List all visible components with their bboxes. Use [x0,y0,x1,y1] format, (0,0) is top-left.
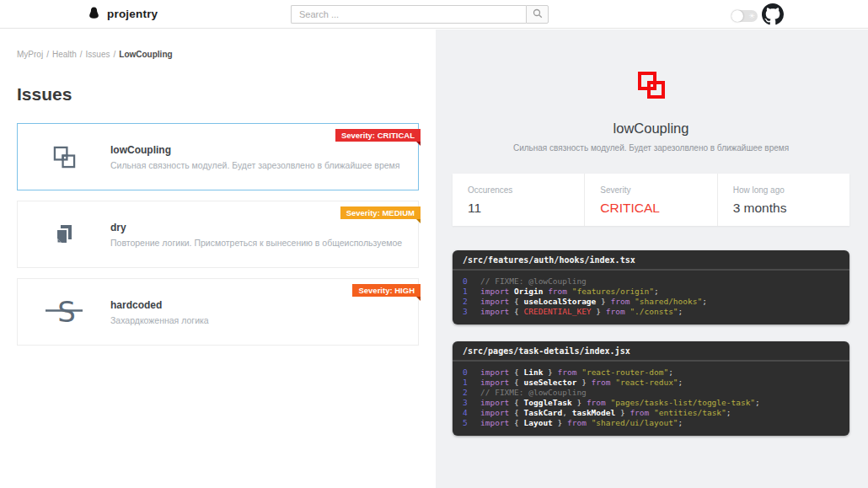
code-text: import { useSelector } from "react-redux… [480,378,683,388]
line-number: 1 [463,378,480,388]
breadcrumb-item-lowcoupling: LowCoupling [119,50,172,59]
search-icon [533,8,543,21]
severity-badge-critical: Severity: CRITICAL [335,129,421,142]
stat-how-long-ago: How long ago 3 months [718,174,849,226]
stat-value: 11 [468,201,584,216]
code-text: import { ToggleTask } from "pages/tasks-… [480,398,760,408]
code-text: import Origin from "features/origin"; [480,287,659,297]
code-text: import { TaskCard, taskModel } from "ent… [480,408,731,418]
line-number: 4 [463,408,480,418]
code-text: // FIXME: @lowCoupling [480,388,587,398]
stats-card: Occurences 11 Severity CRITICAL How long… [453,174,849,226]
toggle-knob [731,10,743,22]
page-title: Issues [17,84,436,105]
code-line: 1import Origin from "features/origin"; [453,287,849,297]
issue-card-list: lowCoupling Сильная связность модулей. Б… [17,123,419,346]
sun-icon: ☀ [748,10,755,22]
breadcrumb-separator: / [114,50,116,59]
issue-card-hardcoded[interactable]: S hardcoded Захардкоженная логика Severi… [17,278,419,346]
code-text: import { Link } from "react-router-dom"; [480,367,673,378]
line-number: 2 [463,388,480,398]
line-number: 0 [463,276,480,287]
issue-card-title: lowCoupling [110,144,399,156]
severity-badge-medium: Severity: MEDIUM [340,206,421,219]
line-number: 5 [463,418,480,428]
search-button[interactable] [526,5,549,24]
code-text: import { Layout } from "shared/ui/layout… [480,418,683,428]
stat-occurrences: Occurences 11 [453,174,585,226]
code-file-path: /src/features/auth/hooks/index.tsx [453,250,849,271]
brand[interactable]: projentry [88,0,158,28]
overlapping-squares-icon [40,146,88,169]
search-bar [291,5,549,24]
issues-panel: MyProj/Health/Issues/LowCoupling Issues … [0,29,436,488]
breadcrumb: MyProj/Health/Issues/LowCoupling [17,50,436,59]
search-input[interactable] [291,5,526,24]
stat-label: How long ago [733,185,849,195]
code-block-task-details: /src/pages/task-details/index.jsx 0impor… [453,341,849,436]
issue-card-dry[interactable]: dry Повторение логики. Присмотреться к в… [17,201,419,268]
top-bar: projentry ☀ [0,0,868,29]
app-name: projentry [107,8,158,20]
github-icon [762,3,784,25]
code-line: 2import { useLocalStorage } from "shared… [453,297,849,307]
detail-subtitle: Сильная связность модулей. Будет зарезол… [453,143,849,153]
svg-text:S: S [57,296,76,328]
code-text: import { useLocalStorage } from "shared/… [480,297,707,307]
line-number: 0 [463,367,480,378]
issue-card-title: dry [110,222,402,233]
code-line: 1import { useSelector } from "react-redu… [453,378,849,388]
breadcrumb-separator: / [80,50,83,59]
logo-icon [88,6,100,23]
code-line: 0import { Link } from "react-router-dom"… [453,367,849,378]
issue-card-lowcoupling[interactable]: lowCoupling Сильная связность модулей. Б… [17,123,419,190]
issue-card-description: Захардкоженная логика [110,315,209,325]
line-number: 3 [463,307,480,317]
line-number: 1 [463,287,480,297]
code-line: 0// FIXME: @lowCoupling [453,276,849,287]
overlapping-squares-icon [453,72,849,104]
issue-card-description: Повторение логики. Присмотреться к вынес… [110,238,402,248]
breadcrumb-separator: / [46,50,49,59]
breadcrumb-item-myproj[interactable]: MyProj [17,50,43,59]
stat-value: 3 months [733,201,849,216]
theme-toggle[interactable]: ☀ [731,10,758,22]
stat-value: CRITICAL [600,201,716,216]
github-link[interactable] [762,3,784,25]
severity-badge-high: Severity: HIGH [352,284,421,297]
line-number: 3 [463,398,480,408]
breadcrumb-item-issues[interactable]: Issues [86,50,110,59]
strikethrough-s-icon: S [40,296,88,328]
line-number: 2 [463,297,480,307]
code-line: 5import { Layout } from "shared/ui/layou… [453,418,849,428]
stat-severity: Severity CRITICAL [585,174,717,226]
issue-detail-panel: lowCoupling Сильная связность модулей. Б… [436,29,868,488]
copy-pages-icon [40,223,88,246]
code-body: 0// FIXME: @lowCoupling1import Origin fr… [453,271,849,324]
stat-label: Occurences [468,185,584,195]
code-body: 0import { Link } from "react-router-dom"… [453,362,849,436]
code-text: // FIXME: @lowCoupling [480,276,587,287]
issue-card-title: hardcoded [110,299,209,311]
code-line: 4import { TaskCard, taskModel } from "en… [453,408,849,418]
code-file-path: /src/pages/task-details/index.jsx [453,341,849,362]
stat-label: Severity [600,185,716,195]
breadcrumb-item-health[interactable]: Health [52,50,77,59]
issue-card-description: Сильная связность модулей. Будет зарезол… [110,160,399,170]
code-line: 3import { CREDENTIAL_KEY } from "./const… [453,307,849,317]
code-block-auth-hooks: /src/features/auth/hooks/index.tsx 0// F… [453,250,849,324]
detail-title: lowCoupling [453,121,849,137]
code-line: 2// FIXME: @lowCoupling [453,388,849,398]
code-text: import { CREDENTIAL_KEY } from "./consts… [480,307,683,317]
code-line: 3import { ToggleTask } from "pages/tasks… [453,398,849,408]
